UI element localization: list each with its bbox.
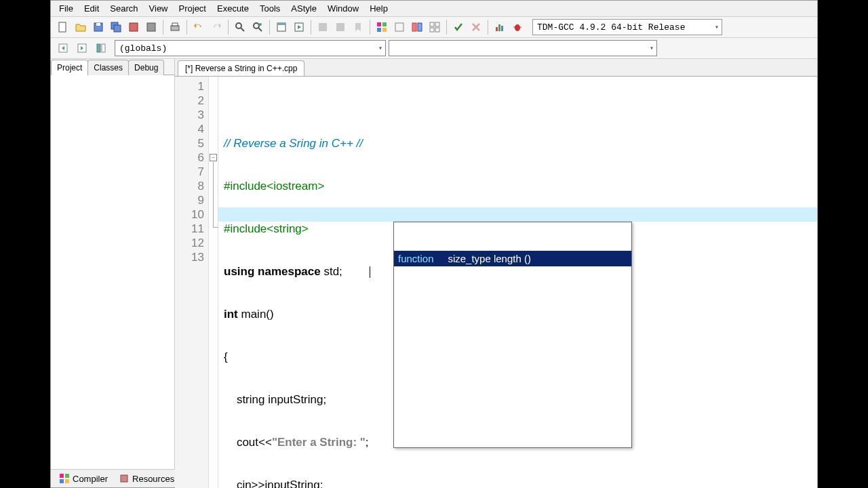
menu-view[interactable]: View [144, 2, 174, 15]
svg-rect-18 [336, 23, 344, 31]
grid3-icon[interactable] [409, 19, 425, 35]
side-tabs: Project Classes Debug [51, 59, 174, 75]
save-icon[interactable] [90, 19, 106, 35]
save-project-icon[interactable] [125, 19, 142, 35]
nav-fwd-icon[interactable] [74, 40, 90, 56]
svg-rect-26 [430, 22, 434, 26]
profile-icon[interactable] [492, 19, 508, 35]
line-number: 10 [175, 207, 204, 222]
separator-icon [228, 20, 229, 35]
code-line: // Reverse a Sring in C++ // [224, 136, 817, 150]
svg-line-10 [241, 28, 244, 31]
svg-rect-25 [418, 23, 422, 31]
file-tabstrip: [*] Reverse a String in C++.cpp [175, 59, 817, 76]
separator-icon [446, 20, 447, 35]
autocomplete-item[interactable]: function size_type length () [394, 251, 631, 266]
close-file-icon[interactable] [143, 19, 159, 35]
menu-window[interactable]: Window [322, 2, 364, 15]
separator-icon [186, 20, 187, 35]
menu-search[interactable]: Search [104, 2, 143, 15]
scope-member-select[interactable] [389, 40, 657, 56]
svg-rect-41 [65, 474, 69, 478]
code-editor[interactable]: 1 2 3 4 5 6 7 8 9 10 11 12 13 − [175, 76, 817, 488]
bottom-tab-compiler[interactable]: Compiler [55, 472, 112, 485]
find-icon[interactable] [232, 19, 248, 35]
side-tab-project[interactable]: Project [51, 60, 88, 75]
preproc-text: #include [224, 222, 267, 235]
line-number: 8 [175, 179, 204, 193]
line-number: 4 [175, 122, 204, 136]
current-line-highlight [218, 207, 817, 222]
svg-rect-15 [277, 23, 285, 25]
line-number: 11 [175, 222, 204, 236]
svg-rect-17 [319, 23, 327, 31]
main-toolbar: TDM-GCC 4.9.2 64-bit Release [51, 16, 817, 38]
undo-icon[interactable] [191, 19, 207, 35]
menu-edit[interactable]: Edit [79, 2, 104, 15]
svg-rect-43 [65, 479, 69, 483]
save-all-icon[interactable] [108, 19, 124, 35]
side-tab-debug[interactable]: Debug [128, 60, 164, 75]
keyword-text: namespace [258, 265, 321, 278]
cancel-icon[interactable] [468, 19, 484, 35]
svg-rect-8 [172, 23, 178, 26]
fold-toggle-icon[interactable]: − [210, 154, 217, 161]
replace-icon[interactable] [250, 19, 266, 35]
preproc-text: #include [224, 180, 267, 192]
side-tab-classes[interactable]: Classes [87, 60, 129, 75]
preproc-text: <iostream> [267, 180, 324, 192]
print-icon[interactable] [167, 19, 183, 35]
goto-prev-icon[interactable] [315, 19, 331, 35]
menu-astyle[interactable]: AStyle [285, 2, 322, 15]
line-number: 3 [175, 108, 204, 122]
svg-rect-20 [382, 22, 387, 26]
menu-tools[interactable]: Tools [254, 2, 285, 15]
code-text: cin>>inputString; [224, 479, 323, 488]
fold-gutter: − [209, 77, 218, 488]
grid4-icon[interactable] [427, 19, 443, 35]
editor-area: [*] Reverse a String in C++.cpp 1 2 3 4 … [175, 59, 817, 469]
svg-rect-29 [435, 28, 439, 32]
autocomplete-signature: size_type length () [448, 253, 531, 264]
svg-rect-19 [377, 22, 381, 26]
svg-rect-44 [121, 475, 127, 482]
open-file-icon[interactable] [73, 19, 89, 35]
autocomplete-kind: function [398, 253, 434, 264]
svg-point-11 [254, 23, 259, 28]
menu-help[interactable]: Help [364, 2, 393, 15]
svg-point-33 [515, 24, 520, 31]
menu-execute[interactable]: Execute [212, 2, 254, 15]
svg-rect-42 [60, 479, 64, 483]
bottom-tab-resources[interactable]: Resources [115, 472, 178, 485]
nav-back-icon[interactable] [55, 40, 71, 56]
check-icon[interactable] [450, 19, 467, 35]
toggle-panel-icon[interactable] [93, 40, 109, 56]
bookmark-icon[interactable] [350, 19, 366, 35]
svg-rect-0 [59, 22, 66, 32]
code-text: main() [238, 308, 274, 321]
line-number: 12 [175, 236, 204, 250]
compiler-select[interactable]: TDM-GCC 4.9.2 64-bit Release [532, 19, 722, 35]
debug-icon[interactable] [509, 19, 526, 35]
compile-icon[interactable] [273, 19, 290, 35]
svg-rect-38 [97, 44, 100, 52]
grid1-icon[interactable] [374, 19, 390, 35]
code-content[interactable]: // Reverse a Sring in C++ // #include<io… [218, 77, 817, 488]
autocomplete-popup[interactable]: function size_type length () [393, 222, 632, 448]
grid2-icon[interactable] [391, 19, 408, 35]
run-icon[interactable] [291, 19, 307, 35]
redo-icon[interactable] [208, 19, 224, 35]
separator-icon [269, 20, 270, 35]
menu-bar: File Edit Search View Project Execute To… [51, 1, 817, 16]
side-panel: Project Classes Debug [51, 59, 175, 469]
new-file-icon[interactable] [55, 19, 71, 35]
bottom-tab-label: Resources [132, 474, 174, 484]
ide-window: File Edit Search View Project Execute To… [50, 0, 818, 488]
separator-icon [311, 20, 311, 35]
file-tab-active[interactable]: [*] Reverse a String in C++.cpp [178, 60, 304, 76]
menu-file[interactable]: File [54, 2, 79, 15]
goto-next-icon[interactable] [332, 19, 349, 35]
svg-rect-4 [114, 25, 121, 32]
scope-global-select[interactable]: (globals) [115, 40, 386, 56]
menu-project[interactable]: Project [174, 2, 212, 15]
